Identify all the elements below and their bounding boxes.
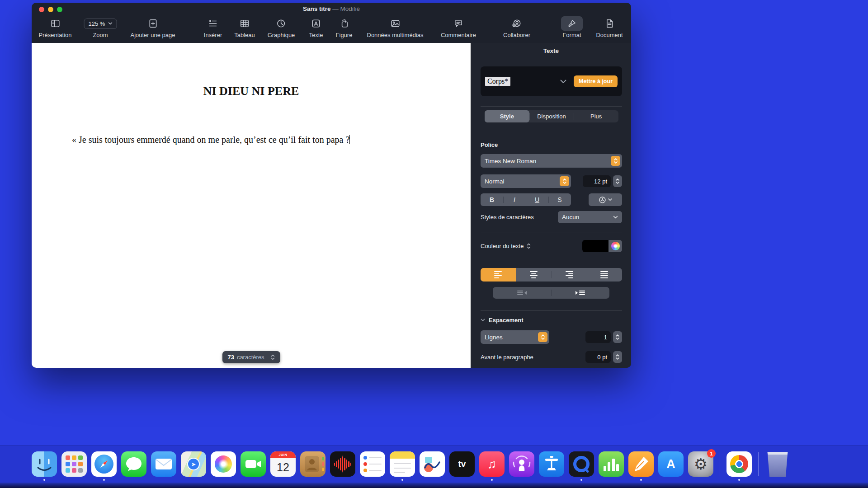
dock-icon-quicktime[interactable]	[569, 451, 594, 477]
color-wheel-button[interactable]	[609, 240, 622, 252]
dock-icon-trash[interactable]	[765, 451, 790, 477]
dock-icon-settings[interactable]: ⚙1	[688, 451, 713, 477]
text-label: Texte	[309, 32, 323, 38]
running-indicator	[738, 479, 740, 481]
align-left-button[interactable]	[481, 268, 516, 282]
dock-icon-maps[interactable]: ➤	[181, 451, 206, 477]
word-count-pill[interactable]: 73 caractères	[222, 351, 280, 363]
dock-icon-facetime[interactable]	[241, 451, 266, 477]
dock-icon-notes[interactable]	[390, 451, 415, 477]
media-label: Données multimédias	[367, 32, 423, 38]
toolbar-item-format[interactable]: Format	[561, 16, 583, 38]
font-size-field[interactable]: 12 pt	[583, 175, 611, 187]
document-label: Document	[596, 32, 623, 38]
tab-style[interactable]: Style	[485, 110, 529, 122]
titlebar: Sans titre — Modifié	[32, 3, 631, 14]
advanced-text-options-button[interactable]	[589, 193, 622, 206]
add-page-icon	[142, 16, 164, 31]
toolbar-item-chart[interactable]: Graphique	[268, 16, 295, 38]
align-right-button[interactable]	[552, 268, 587, 282]
paragraph-style-box[interactable]: Corps* Mettre à jour	[481, 66, 622, 96]
dock-icon-mail[interactable]	[151, 451, 176, 477]
bold-button[interactable]: B	[481, 193, 503, 206]
line-spacing-stepper[interactable]	[613, 331, 622, 343]
outdent-button[interactable]	[493, 287, 551, 299]
dock-icon-launchpad[interactable]	[61, 451, 87, 477]
table-label: Tableau	[234, 32, 255, 38]
dock-icon-appletv[interactable]: tv	[449, 451, 475, 477]
dock-icon-safari[interactable]	[91, 451, 117, 477]
toolbar-item-table[interactable]: Tableau	[234, 16, 255, 38]
font-family-dropdown[interactable]: Times New Roman	[481, 154, 622, 168]
stepper-icon[interactable]	[611, 156, 620, 166]
dock-icon-messages[interactable]	[121, 451, 146, 477]
toolbar-item-comment[interactable]: Commentaire	[441, 16, 476, 38]
align-justify-button[interactable]	[587, 268, 622, 282]
tab-plus[interactable]: Plus	[574, 110, 618, 122]
indent-segment	[493, 287, 609, 299]
toolbar-item-add-page[interactable]: Ajouter une page	[130, 16, 175, 38]
dock-icon-chrome[interactable]	[726, 451, 752, 477]
align-center-button[interactable]	[516, 268, 551, 282]
dock-icon-reminders[interactable]	[360, 451, 385, 477]
paragraph-style-name[interactable]: Corps*	[485, 77, 510, 86]
shape-icon	[333, 16, 355, 31]
chevron-down-icon[interactable]	[560, 80, 566, 84]
before-paragraph-label: Avant le paragraphe	[481, 354, 533, 361]
strikethrough-button[interactable]: S	[548, 193, 571, 206]
chevron-updown-icon[interactable]	[271, 354, 275, 361]
dock-icon-music[interactable]: ♫	[479, 451, 505, 477]
chevron-down-icon	[608, 198, 612, 201]
spacing-mode-value: Lignes	[485, 334, 503, 341]
running-indicator	[491, 479, 493, 481]
dock-icon-calendar[interactable]: JUIN12	[270, 451, 296, 477]
chevron-updown-icon[interactable]	[527, 243, 531, 249]
dock-icon-freeform[interactable]	[420, 451, 445, 477]
document-page[interactable]: NI DIEU NI PERE « Je suis toujours emmer…	[32, 43, 471, 368]
gear-circle-icon	[599, 196, 606, 204]
dock-icon-photos[interactable]	[211, 451, 236, 477]
stepper-icon[interactable]	[560, 176, 569, 186]
inspector-header: Texte	[471, 43, 631, 59]
document-body-text: « Je suis toujours emmerdé quand on me p…	[72, 135, 443, 145]
underline-button[interactable]: U	[526, 193, 548, 206]
dock-icon-contacts[interactable]	[300, 451, 326, 477]
update-style-button[interactable]: Mettre à jour	[574, 75, 618, 87]
toolbar-item-shape[interactable]: Figure	[333, 16, 355, 38]
dock-icon-pages[interactable]	[628, 451, 654, 477]
dock-icon-finder[interactable]	[32, 451, 57, 477]
toolbar-item-zoom[interactable]: 125 %Zoom	[84, 16, 117, 38]
toolbar-item-presentation[interactable]: Présentation	[39, 16, 72, 38]
before-paragraph-field[interactable]: 0 pt	[585, 351, 611, 363]
font-weight-dropdown[interactable]: Normal	[481, 174, 571, 188]
indent-button[interactable]	[551, 287, 609, 299]
font-size-stepper[interactable]	[613, 175, 622, 187]
dock-icon-numbers[interactable]	[599, 451, 624, 477]
dock-icon-podcasts[interactable]	[509, 451, 534, 477]
dock-icon-voice-memos[interactable]	[330, 451, 355, 477]
zoom-label: Zoom	[93, 32, 108, 38]
spacing-mode-dropdown[interactable]: Lignes	[481, 330, 549, 344]
chevron-down-icon	[613, 216, 618, 219]
line-spacing-field[interactable]: 1	[585, 331, 611, 343]
chart-icon	[270, 16, 292, 31]
collaborate-label: Collaborer	[503, 32, 530, 38]
zoom-level-dropdown[interactable]: 125 %	[84, 19, 117, 29]
before-paragraph-stepper[interactable]	[613, 351, 622, 363]
toolbar-item-text[interactable]: Texte	[305, 16, 327, 38]
toolbar-item-document[interactable]: Document	[596, 16, 623, 38]
stepper-icon[interactable]	[538, 332, 547, 342]
color-wheel-icon	[611, 242, 620, 250]
italic-button[interactable]: I	[503, 193, 526, 206]
toolbar: Présentation125 %ZoomAjouter une pageIns…	[32, 14, 631, 43]
toolbar-item-insert[interactable]: Insérer	[202, 16, 224, 38]
tab-disposition[interactable]: Disposition	[529, 110, 574, 122]
char-styles-dropdown[interactable]: Aucun	[558, 211, 622, 223]
text-color-swatch[interactable]	[582, 240, 609, 252]
spacing-disclosure[interactable]: Espacement	[481, 317, 524, 324]
toolbar-item-media[interactable]: Données multimédias	[367, 16, 423, 38]
dock-icon-keynote[interactable]	[539, 451, 564, 477]
dock-icon-appstore[interactable]: A	[658, 451, 684, 477]
format-inspector: Texte Corps* Mettre à jour StyleDisposit…	[471, 43, 631, 368]
toolbar-item-collaborate[interactable]: Collaborer	[503, 16, 530, 38]
